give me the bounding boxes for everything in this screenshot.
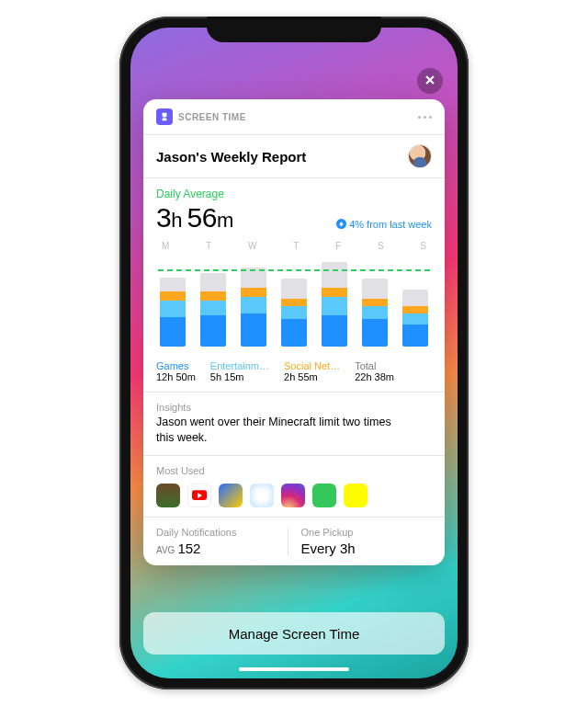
chart-bar (402, 290, 428, 347)
chart-bar (362, 279, 388, 347)
day-label: M (162, 241, 169, 251)
device-notch (207, 17, 381, 42)
limit-line (158, 269, 430, 271)
day-label: T (293, 241, 299, 251)
day-label: S (420, 241, 426, 251)
chart-bar (281, 279, 307, 347)
app-icon-fortnite[interactable] (250, 484, 274, 507)
weekly-chart: MTWTFSS (156, 241, 432, 351)
chart-legend: Games12h 50m Entertainm…5h 15m Social Ne… (156, 360, 432, 382)
most-used-section: Most Used (143, 455, 445, 517)
app-icon-youtube[interactable] (187, 484, 211, 507)
daily-average-value: 3h 56m (156, 202, 233, 233)
app-icon-messages[interactable] (312, 484, 336, 507)
trend-indicator: 4% from last week (336, 219, 432, 230)
notifications-stat: Daily Notifications AVG152 (156, 527, 288, 556)
screen-time-icon (156, 108, 173, 125)
title-section: Jason's Weekly Report (143, 134, 445, 177)
chart-bar (322, 262, 347, 347)
close-button[interactable] (417, 68, 443, 94)
screen-time-card: SCREEN TIME Jason's Weekly Report Daily … (143, 99, 445, 565)
insights-label: Insights (156, 402, 432, 413)
device-screen: SCREEN TIME Jason's Weekly Report Daily … (130, 28, 458, 678)
report-title: Jason's Weekly Report (156, 149, 306, 165)
card-header: SCREEN TIME (143, 99, 445, 134)
insights-section: Insights Jason went over their Minecraft… (143, 392, 445, 455)
day-label: F (335, 241, 341, 251)
most-used-apps (156, 484, 432, 507)
chart-bar (241, 268, 266, 347)
phone-frame: SCREEN TIME Jason's Weekly Report Daily … (119, 17, 469, 689)
day-label: W (248, 241, 256, 251)
chart-section: Daily Average 3h 56m 4% from last week M… (143, 177, 445, 392)
app-icon-minecraft[interactable] (156, 484, 180, 507)
chart-bar (200, 273, 226, 347)
manage-screen-time-button[interactable]: Manage Screen Time (143, 612, 445, 655)
app-icon-instagram[interactable] (281, 484, 305, 507)
app-icon-snapchat[interactable] (344, 484, 368, 507)
more-icon[interactable] (418, 116, 432, 119)
app-icon-clash-royale[interactable] (219, 484, 243, 507)
day-label: T (206, 241, 211, 251)
home-indicator[interactable] (239, 667, 349, 671)
daily-average-label: Daily Average (156, 188, 432, 200)
day-label: S (378, 241, 384, 251)
pickup-stat: One Pickup Every 3h (288, 527, 433, 556)
stats-section: Daily Notifications AVG152 One Pickup Ev… (143, 517, 445, 565)
insights-text: Jason went over their Minecraft limit tw… (156, 415, 395, 446)
app-name: SCREEN TIME (178, 112, 246, 122)
chart-bar (160, 278, 186, 347)
close-icon (424, 73, 435, 89)
most-used-label: Most Used (156, 465, 432, 476)
user-avatar[interactable] (408, 144, 432, 168)
arrow-up-icon (336, 219, 346, 229)
